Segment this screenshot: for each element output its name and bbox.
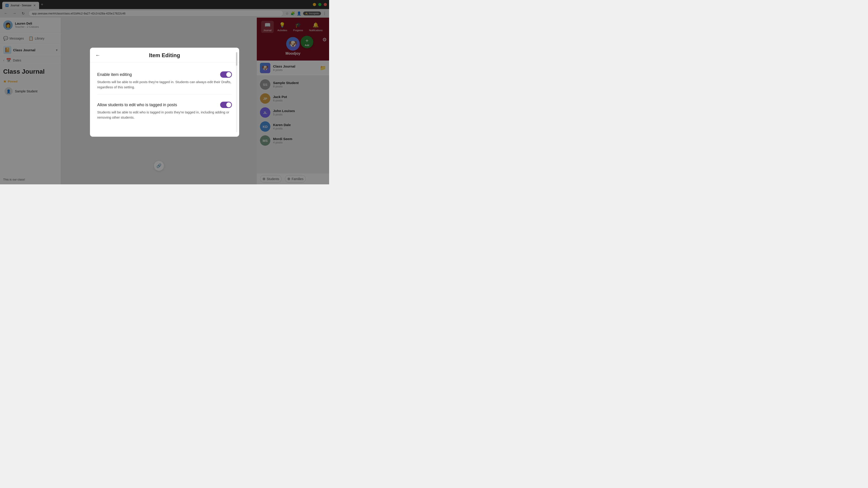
modal-title: Item Editing — [103, 52, 225, 59]
app-container: 👩 Lauren Deli Teacher - 2 Classes 💬 Mess… — [0, 18, 329, 184]
modal-body: Enable item editing Students will be abl… — [90, 62, 239, 130]
setting1-description: Students will be able to edit posts they… — [97, 79, 232, 94]
setting2-description: Students will be able to edit who is tag… — [97, 110, 232, 125]
modal-header: ← Item Editing — [90, 48, 239, 62]
setting1-toggle-knob — [226, 72, 231, 77]
setting1-toggle[interactable] — [220, 71, 232, 78]
setting2-toggle-row: Allow students to edit who is tagged in … — [97, 98, 232, 110]
setting2-label: Allow students to edit who is tagged in … — [97, 103, 177, 107]
setting2-toggle[interactable] — [220, 102, 232, 108]
modal-back-button[interactable]: ← — [95, 53, 100, 58]
modal-overlay[interactable]: ← Item Editing Enable item editing Stude… — [0, 0, 329, 184]
setting1-label: Enable item editing — [97, 72, 132, 77]
modal-scrollbar[interactable] — [236, 52, 237, 132]
setting2-toggle-knob — [226, 102, 231, 107]
modal-scroll-thumb — [236, 52, 237, 66]
setting1-toggle-row: Enable item editing — [97, 68, 232, 79]
item-editing-modal: ← Item Editing Enable item editing Stude… — [90, 48, 239, 137]
